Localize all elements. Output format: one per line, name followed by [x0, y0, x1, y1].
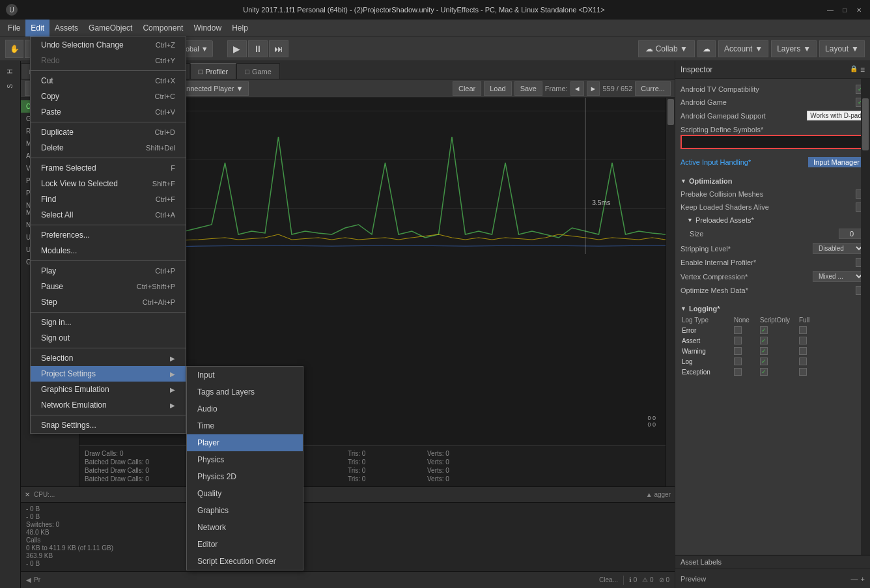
- network-emulation-item[interactable]: Network Emulation ▶: [31, 397, 186, 413]
- graph-scrollbar[interactable]: [666, 98, 675, 486]
- submenu-audio[interactable]: Audio: [187, 400, 303, 417]
- minimize-button[interactable]: —: [824, 4, 836, 16]
- scene-label[interactable]: S: [4, 79, 16, 94]
- hand-tool[interactable]: ✋: [5, 40, 23, 58]
- submenu-time[interactable]: Time: [187, 417, 303, 434]
- signout-item[interactable]: Sign out: [31, 330, 186, 346]
- selection-item[interactable]: Selection ▶: [31, 350, 186, 366]
- cloud-button[interactable]: ☁: [697, 40, 716, 57]
- menu-window[interactable]: Window: [188, 20, 227, 36]
- project-settings-item[interactable]: Project Settings ▶ Input Tags and Layers…: [31, 366, 186, 382]
- undo-item[interactable]: Undo Selection Change Ctrl+Z: [31, 37, 186, 53]
- stat-tris3: Tris: 0: [348, 467, 426, 474]
- detail-stat-4: 48.0 KB: [26, 529, 669, 536]
- duplicate-item[interactable]: Duplicate Ctrl+D: [31, 124, 186, 140]
- pause-button[interactable]: ⏸: [248, 40, 268, 57]
- svg-text:3.5ms: 3.5ms: [592, 199, 610, 206]
- warning-scriptonly-cb[interactable]: [760, 347, 768, 355]
- graphics-emulation-item[interactable]: Graphics Emulation ▶: [31, 382, 186, 397]
- play-button[interactable]: ▶: [227, 40, 247, 57]
- prev-frame-button[interactable]: ◄: [570, 81, 584, 96]
- error-full-cb[interactable]: [799, 326, 807, 334]
- submenu-physics[interactable]: Physics: [187, 451, 303, 468]
- copy-item[interactable]: Copy Ctrl+C: [31, 89, 186, 104]
- next-frame-button[interactable]: ►: [587, 81, 600, 96]
- submenu-player[interactable]: Player: [187, 434, 303, 451]
- play-item[interactable]: Play Ctrl+P: [31, 263, 186, 279]
- current-button[interactable]: Curre...: [635, 81, 671, 96]
- collab-button[interactable]: ☁ Collab ▼: [638, 40, 695, 57]
- modules-item[interactable]: Modules...: [31, 243, 186, 259]
- close-button[interactable]: ✕: [853, 4, 865, 16]
- log-full-cb[interactable]: [799, 357, 807, 365]
- load-button[interactable]: Load: [484, 81, 511, 96]
- assert-scriptonly-cb[interactable]: [760, 337, 768, 344]
- log-none-cb[interactable]: [734, 357, 742, 365]
- snap-settings-item[interactable]: Snap Settings...: [31, 417, 186, 433]
- scripting-define-input[interactable]: [681, 135, 865, 149]
- cut-item[interactable]: Cut Ctrl+X: [31, 73, 186, 89]
- preview-plus[interactable]: +: [861, 575, 865, 583]
- log-scriptonly-cb[interactable]: [760, 357, 768, 365]
- save-button[interactable]: Save: [514, 81, 542, 96]
- graph-scrollbar-thumb[interactable]: [667, 99, 674, 125]
- submenu-quality[interactable]: Quality: [187, 485, 303, 502]
- profiler-detail-header: ✕ CPU:... ▲ agger: [21, 487, 675, 503]
- pause-item[interactable]: Pause Ctrl+Shift+P: [31, 279, 186, 294]
- submenu-input[interactable]: Input: [187, 367, 303, 384]
- stripping-select[interactable]: Disabled: [813, 243, 865, 254]
- inspector-menu-icon[interactable]: ≡: [860, 65, 865, 74]
- menu-help[interactable]: Help: [227, 20, 253, 36]
- tab-game[interactable]: □ Game: [236, 63, 280, 79]
- find-item[interactable]: Find Ctrl+F: [31, 191, 186, 207]
- submenu-tags-and-layers[interactable]: Tags and Layers: [187, 384, 303, 400]
- assert-full-cb[interactable]: [799, 337, 807, 344]
- clear-button[interactable]: Clear: [453, 81, 481, 96]
- stat-verts2: Verts: 0: [427, 458, 505, 466]
- step-button[interactable]: ⏭: [269, 40, 288, 57]
- submenu-physics2d[interactable]: Physics 2D: [187, 468, 303, 485]
- exception-none-cb[interactable]: [734, 368, 742, 376]
- assert-none-cb[interactable]: [734, 337, 742, 344]
- error-none-cb[interactable]: [734, 326, 742, 334]
- inspector-scrollbar-thumb[interactable]: [862, 98, 869, 150]
- info-icon: ℹ 0: [629, 576, 637, 583]
- submenu-script-execution-order[interactable]: Script Execution Order: [187, 553, 303, 570]
- frame-selected-item[interactable]: Frame Selected F: [31, 160, 186, 176]
- lock-view-item[interactable]: Lock View to Selected Shift+F: [31, 176, 186, 191]
- warning-none-cb[interactable]: [734, 347, 742, 355]
- bottom-clear[interactable]: Clea...: [599, 576, 618, 583]
- preferences-item[interactable]: Preferences...: [31, 227, 186, 243]
- redo-item[interactable]: Redo Ctrl+Y: [31, 53, 186, 68]
- paste-item[interactable]: Paste Ctrl+V: [31, 104, 186, 120]
- step-item[interactable]: Step Ctrl+Alt+P: [31, 294, 186, 310]
- exception-full-cb[interactable]: [799, 368, 807, 376]
- tab-profiler[interactable]: □ Profiler: [190, 63, 237, 79]
- account-button[interactable]: Account ▼: [718, 40, 768, 57]
- submenu-editor[interactable]: Editor: [187, 536, 303, 553]
- delete-item[interactable]: Delete Shift+Del: [31, 140, 186, 156]
- layout-button[interactable]: Layout ▼: [819, 40, 865, 57]
- vertex-compression-select[interactable]: Mixed ...: [813, 271, 865, 282]
- menu-file[interactable]: File: [3, 20, 25, 36]
- inspector-lock-icon[interactable]: 🔒: [850, 65, 858, 74]
- submenu-network[interactable]: Network: [187, 519, 303, 536]
- detail-x-btn[interactable]: ✕: [25, 491, 30, 498]
- inspector-scrollbar[interactable]: [861, 79, 870, 555]
- layers-button[interactable]: Layers ▼: [771, 40, 817, 57]
- maximize-button[interactable]: □: [839, 4, 850, 16]
- preview-minus[interactable]: —: [851, 575, 858, 583]
- submenu-graphics[interactable]: Graphics: [187, 502, 303, 519]
- exception-scriptonly-cb[interactable]: [760, 368, 768, 376]
- error-scriptonly-cb[interactable]: [760, 326, 768, 334]
- warning-full-cb[interactable]: [799, 347, 807, 355]
- detail-stat-7: 363.9 KB: [26, 552, 669, 559]
- menu-component[interactable]: Component: [137, 20, 188, 36]
- input-manager-btn[interactable]: Input Manager: [808, 157, 865, 167]
- menu-gameobject[interactable]: GameObject: [83, 20, 137, 36]
- signin-item[interactable]: Sign in...: [31, 315, 186, 330]
- menu-edit[interactable]: Edit: [25, 20, 49, 36]
- hierarchy-label[interactable]: H: [4, 64, 16, 79]
- menu-assets[interactable]: Assets: [49, 20, 83, 36]
- select-all-item[interactable]: Select All Ctrl+A: [31, 207, 186, 223]
